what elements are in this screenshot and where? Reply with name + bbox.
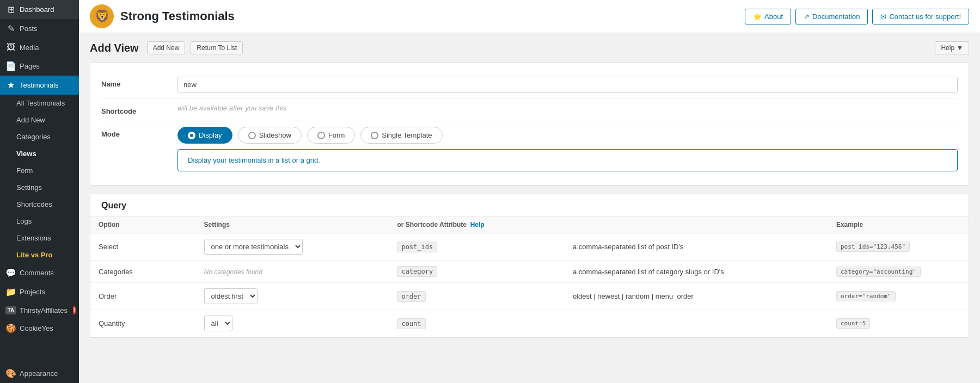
sidebar-item-thirsty-affiliates[interactable]: TA ThirstyAffiliates 1 xyxy=(0,301,79,319)
sidebar-item-lite-vs-pro[interactable]: Lite vs Pro xyxy=(0,246,79,263)
post-ids-example: post_ids="123,456" xyxy=(836,242,910,252)
plugin-header: 🦁 Strong Testimonials ⭐ About ↗ Document… xyxy=(79,0,980,33)
example-order: order="random" xyxy=(828,283,969,310)
mode-form-label: Form xyxy=(328,131,345,139)
desc-order: oldest | newest | random | menu_order xyxy=(565,283,828,310)
shortcode-select: post_ids xyxy=(389,233,565,261)
documentation-button[interactable]: ↗ Documentation xyxy=(795,9,868,24)
sidebar-item-media[interactable]: 🖼 Media xyxy=(0,38,79,57)
mode-single-template-label: Single Template xyxy=(382,131,432,139)
order-dropdown[interactable]: oldest first xyxy=(204,288,258,304)
shortcode-label: Shortcode xyxy=(101,104,177,115)
mode-radio-slideshow xyxy=(248,132,256,139)
mode-slideshow[interactable]: Slideshow xyxy=(238,127,302,144)
testimonials-icon: ★ xyxy=(5,80,16,90)
sidebar-item-label: Lite vs Pro xyxy=(16,251,52,259)
about-icon: ⭐ xyxy=(753,13,762,21)
order-badge: order xyxy=(397,291,425,302)
table-row: Select one or more testimonials post_ids… xyxy=(90,233,969,261)
sidebar-item-appearance[interactable]: 🎨 Appearance xyxy=(0,364,79,383)
shortcode-field: will be available after you save this xyxy=(177,104,958,112)
table-row: Categories No categories found category … xyxy=(90,261,969,283)
desc-select: a comma-separated list of post ID's xyxy=(565,233,828,261)
mode-single-template[interactable]: Single Template xyxy=(360,127,442,144)
logo-emoji: 🦁 xyxy=(95,9,109,23)
return-to-list-button[interactable]: Return To List xyxy=(191,41,243,54)
sidebar-item-categories[interactable]: Categories xyxy=(0,128,79,145)
plugin-logo: 🦁 xyxy=(90,4,114,28)
col-shortcode-header: or Shortcode Attribute Help xyxy=(389,217,565,233)
sidebar-item-views[interactable]: Views xyxy=(0,145,79,162)
contact-icon: ✉ xyxy=(880,13,886,21)
sidebar-item-projects[interactable]: 📁 Projects xyxy=(0,282,79,301)
add-new-button[interactable]: Add New xyxy=(147,41,186,54)
table-row: Quantity all count count=5 xyxy=(90,310,969,337)
sidebar-item-comments[interactable]: 💬 Comments xyxy=(0,263,79,282)
sidebar-item-label: ThirstyAffiliates xyxy=(20,306,68,314)
sidebar-item-extensions[interactable]: Extensions xyxy=(0,230,79,246)
query-section: Query Option Settings or Shortcode Attri… xyxy=(90,194,969,338)
name-input[interactable] xyxy=(177,77,958,92)
sidebar-item-label: CookieYes xyxy=(20,324,53,332)
plugin-title-area: 🦁 Strong Testimonials xyxy=(90,4,235,28)
shortcode-categories: category xyxy=(389,261,565,283)
col-desc-header xyxy=(565,217,828,233)
sidebar-item-form[interactable]: Form xyxy=(0,162,79,179)
dashboard-icon: ⊞ xyxy=(5,4,16,15)
sidebar-item-label: Shortcodes xyxy=(16,200,52,208)
mode-form[interactable]: Form xyxy=(307,127,355,144)
sidebar-item-shortcodes[interactable]: Shortcodes xyxy=(0,196,79,213)
shortcode-placeholder: will be available after you save this xyxy=(177,101,286,112)
sidebar-item-label: Logs xyxy=(16,217,32,225)
plugin-title: Strong Testimonials xyxy=(120,9,235,23)
sidebar-item-label: Views xyxy=(16,150,36,158)
sidebar-item-testimonials[interactable]: ★ Testimonials xyxy=(0,76,79,95)
category-example: category="accounting" xyxy=(836,267,921,277)
option-quantity: Quantity xyxy=(90,310,196,337)
example-select: post_ids="123,456" xyxy=(828,233,969,261)
sidebar-item-cookieyes[interactable]: 🍪 CookieYes xyxy=(0,319,79,338)
mode-display[interactable]: Display xyxy=(177,127,232,144)
help-arrow-icon: ▼ xyxy=(957,44,963,52)
sidebar-item-label: Testimonials xyxy=(20,81,59,89)
table-row: Order oldest first order oldest | newest… xyxy=(90,283,969,310)
order-example: order="random" xyxy=(836,291,896,301)
about-button[interactable]: ⭐ About xyxy=(745,9,791,24)
mode-radio-form xyxy=(317,132,325,139)
sidebar-item-label: Projects xyxy=(20,288,45,296)
contact-button[interactable]: ✉ Contact us for support! xyxy=(872,9,969,24)
sidebar-item-posts[interactable]: ✎ Posts xyxy=(0,19,79,38)
sidebar-item-dashboard[interactable]: ⊞ Dashboard xyxy=(0,0,79,19)
example-categories: category="accounting" xyxy=(828,261,969,283)
sidebar-item-add-new[interactable]: Add New xyxy=(0,112,79,128)
quantity-dropdown[interactable]: all xyxy=(204,316,232,331)
select-testimonials-dropdown[interactable]: one or more testimonials xyxy=(204,239,303,255)
sidebar-item-label: Extensions xyxy=(16,234,51,242)
mode-display-label: Display xyxy=(199,131,222,139)
sidebar-item-pages[interactable]: 📄 Pages xyxy=(0,57,79,76)
form-table: Name Shortcode will be available after y… xyxy=(90,63,969,186)
add-view-bar: Add View Add New Return To List Help ▼ xyxy=(90,41,969,54)
query-help-link[interactable]: Help xyxy=(470,221,485,228)
sidebar-item-logs[interactable]: Logs xyxy=(0,213,79,230)
col-example-header: Example xyxy=(828,217,969,233)
sidebar-item-label: Pages xyxy=(20,62,40,70)
sidebar-item-all-testimonials[interactable]: All Testimonials xyxy=(0,95,79,112)
cookieyes-icon: 🍪 xyxy=(5,323,16,333)
post-ids-badge: post_ids xyxy=(397,242,437,252)
mode-radio-single-template xyxy=(371,132,378,139)
sidebar-item-label: Categories xyxy=(16,133,51,141)
sidebar: ⊞ Dashboard ✎ Posts 🖼 Media 📄 Pages ★ Te… xyxy=(0,0,79,383)
example-quantity: count=5 xyxy=(828,310,969,337)
help-button[interactable]: Help ▼ xyxy=(935,41,969,54)
sidebar-item-label: Dashboard xyxy=(20,5,54,14)
shortcode-order: order xyxy=(389,283,565,310)
count-badge: count xyxy=(397,318,425,329)
name-field xyxy=(177,77,958,92)
sidebar-item-label: Form xyxy=(16,166,33,175)
sidebar-item-settings[interactable]: Settings xyxy=(0,179,79,196)
category-badge: category xyxy=(397,266,437,277)
settings-select: one or more testimonials xyxy=(196,233,389,261)
shortcode-row: Shortcode will be available after you sa… xyxy=(101,98,958,121)
sidebar-item-label: Posts xyxy=(20,24,38,33)
